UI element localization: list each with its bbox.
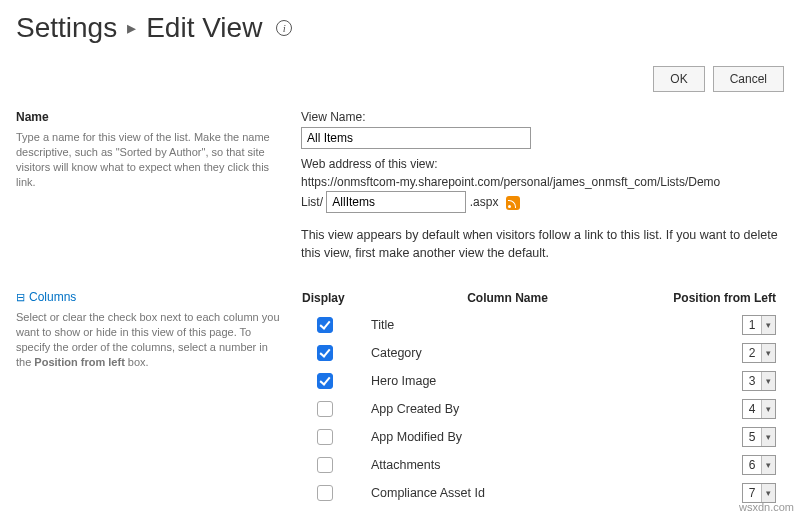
ok-button[interactable]: OK (653, 66, 704, 92)
display-checkbox[interactable] (317, 457, 333, 473)
chevron-down-icon[interactable]: ▾ (761, 484, 775, 502)
table-row: Category2▾ (301, 339, 784, 367)
web-address-url: https://onmsftcom-my.sharepoint.com/pers… (301, 173, 784, 191)
chevron-down-icon[interactable]: ▾ (761, 456, 775, 474)
table-row: Title1▾ (301, 311, 784, 339)
display-checkbox[interactable] (317, 345, 333, 361)
chevron-down-icon[interactable]: ▾ (761, 316, 775, 334)
display-checkbox[interactable] (317, 401, 333, 417)
watermark: wsxdn.com (739, 501, 794, 513)
column-name-cell: Compliance Asset Id (371, 479, 644, 507)
position-select[interactable]: 4▾ (742, 399, 776, 419)
action-buttons: OK Cancel (16, 66, 784, 92)
display-checkbox[interactable] (317, 429, 333, 445)
columns-table: Display Column Name Position from Left T… (301, 290, 784, 507)
chevron-down-icon[interactable]: ▾ (761, 344, 775, 362)
column-name-cell: Hero Image (371, 367, 644, 395)
position-select[interactable]: 1▾ (742, 315, 776, 335)
columns-help-text: Select or clear the check box next to ea… (16, 310, 281, 369)
position-select[interactable]: 6▾ (742, 455, 776, 475)
th-column-name: Column Name (371, 290, 644, 311)
chevron-down-icon[interactable]: ▾ (761, 400, 775, 418)
name-help-text: Type a name for this view of the list. M… (16, 130, 281, 189)
name-heading: Name (16, 110, 281, 124)
web-address-prefix: List/ (301, 195, 323, 209)
chevron-right-icon: ▸ (127, 17, 136, 39)
table-row: Attachments6▾ (301, 451, 784, 479)
th-display: Display (301, 290, 371, 311)
web-address-label: Web address of this view: (301, 155, 784, 173)
columns-section: ⊟ Columns Select or clear the check box … (16, 290, 784, 507)
column-name-cell: App Created By (371, 395, 644, 423)
position-select[interactable]: 7▾ (742, 483, 776, 503)
collapse-icon[interactable]: ⊟ (16, 291, 25, 304)
view-name-label: View Name: (301, 110, 784, 124)
web-address-suffix: .aspx (470, 195, 499, 209)
table-row: App Created By4▾ (301, 395, 784, 423)
info-icon[interactable]: i (276, 20, 292, 36)
table-row: Compliance Asset Id7▾ (301, 479, 784, 507)
view-slug-input[interactable] (326, 191, 466, 213)
column-name-cell: Title (371, 311, 644, 339)
display-checkbox[interactable] (317, 485, 333, 501)
th-position: Position from Left (644, 290, 784, 311)
column-name-cell: Attachments (371, 451, 644, 479)
table-row: App Modified By5▾ (301, 423, 784, 451)
position-select[interactable]: 5▾ (742, 427, 776, 447)
position-select[interactable]: 2▾ (742, 343, 776, 363)
chevron-down-icon[interactable]: ▾ (761, 372, 775, 390)
column-name-cell: Category (371, 339, 644, 367)
columns-heading[interactable]: Columns (29, 290, 76, 304)
rss-icon[interactable] (506, 196, 520, 210)
column-name-cell: App Modified By (371, 423, 644, 451)
display-checkbox[interactable] (317, 373, 333, 389)
position-select[interactable]: 3▾ (742, 371, 776, 391)
display-checkbox[interactable] (317, 317, 333, 333)
name-section: Name Type a name for this view of the li… (16, 110, 784, 262)
breadcrumb-root[interactable]: Settings (16, 12, 117, 44)
default-view-note: This view appears by default when visito… (301, 227, 784, 262)
cancel-button[interactable]: Cancel (713, 66, 784, 92)
view-name-input[interactable] (301, 127, 531, 149)
page-header: Settings ▸ Edit View i (16, 12, 784, 44)
page-title: Edit View (146, 12, 262, 44)
chevron-down-icon[interactable]: ▾ (761, 428, 775, 446)
table-row: Hero Image3▾ (301, 367, 784, 395)
